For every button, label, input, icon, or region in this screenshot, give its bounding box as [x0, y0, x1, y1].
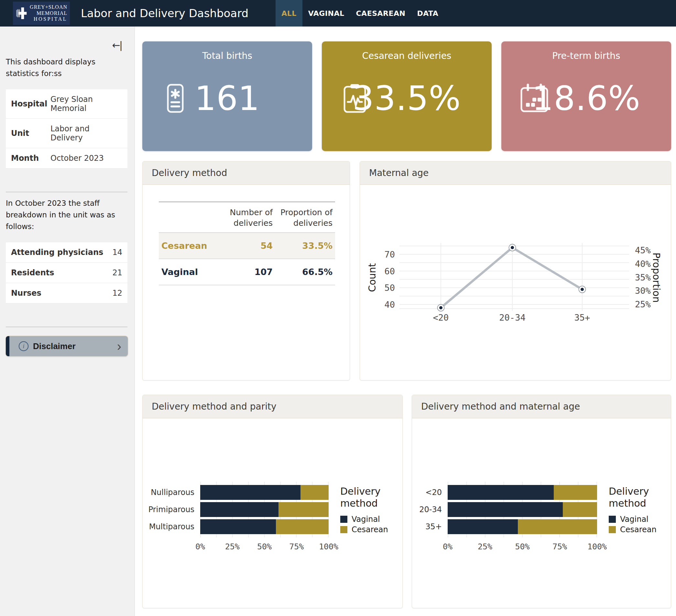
legend-swatch	[340, 516, 347, 523]
svg-text:i: i	[23, 343, 24, 349]
bar-segment-vaginal	[448, 502, 563, 517]
table-row: Attending physicians14	[6, 242, 127, 263]
maternal-age-card: Maternal age 4050607025%30%35%40%45%<202…	[360, 161, 671, 381]
sidebar-collapse-icon[interactable]: ←|	[6, 40, 127, 51]
card-title: Delivery method and maternal age	[412, 395, 671, 418]
table-row: Residents21	[6, 263, 127, 283]
info-table: HospitalGrey Sloan MemorialUnitLabor and…	[6, 89, 127, 169]
bar-multiparous	[200, 519, 329, 534]
svg-text:35%: 35%	[635, 272, 651, 282]
svg-text:<20: <20	[433, 313, 449, 323]
legend-item-vaginal: Vaginal	[609, 515, 671, 524]
svg-text:Proportion: Proportion	[651, 253, 662, 303]
value-box-title: Cesarean deliveries	[322, 51, 492, 61]
medical-report-icon	[159, 82, 191, 115]
bar-nulliparous	[200, 485, 329, 500]
nav-tabs: ALLVAGINALCAESAREANDATA	[276, 0, 444, 26]
bar-segment-vaginal	[200, 519, 276, 534]
hospital-logo-text: GREY+SLOAN MEMORIAL HOSPITAL	[30, 4, 67, 23]
table-row: HospitalGrey Sloan Memorial	[6, 89, 127, 119]
category-label: Primiparous	[149, 502, 200, 517]
table-row: MonthOctober 2023	[6, 148, 127, 169]
clipboard-pulse-icon	[339, 82, 371, 115]
svg-text:25%: 25%	[635, 299, 651, 309]
table-row: Vaginal10766.5%	[159, 259, 335, 285]
legend: Delivery methodVaginalCesarean	[597, 485, 671, 534]
legend-item-vaginal: Vaginal	[340, 515, 402, 524]
x-axis-ticks: 0%25%50%75%100%	[448, 542, 597, 552]
legend-item-cesarean: Cesarean	[609, 525, 671, 534]
hospital-logo: GREY+SLOAN MEMORIAL HOSPITAL	[13, 2, 70, 25]
x-axis-ticks: 0%25%50%75%100%	[200, 542, 329, 552]
category-label: <20	[418, 485, 448, 500]
staff-intro: In October 2023 the staff breakdown in t…	[6, 198, 127, 232]
staff-table: Attending physicians14Residents21Nurses1…	[6, 242, 127, 303]
category-label: 35+	[418, 519, 448, 534]
svg-text:40%: 40%	[635, 259, 651, 269]
bar-35-	[448, 519, 597, 534]
bar-segment-vaginal	[200, 485, 300, 500]
svg-text:20-34: 20-34	[499, 313, 525, 323]
bar-segment-vaginal	[200, 502, 279, 517]
age-chart-card: Delivery method and maternal age <2020-3…	[412, 395, 671, 608]
legend-swatch	[609, 516, 616, 523]
delivery-method-card: Delivery method Number of deliveriesProp…	[142, 161, 350, 381]
svg-text:40: 40	[384, 299, 395, 310]
table-row: Cesarean5433.5%	[159, 233, 335, 259]
svg-text:45%: 45%	[635, 245, 651, 255]
tab-all[interactable]: ALL	[276, 0, 302, 26]
svg-text:50: 50	[384, 283, 395, 293]
bar-segment-cesarean	[276, 519, 329, 534]
svg-text:35+: 35+	[574, 313, 590, 323]
tab-data[interactable]: DATA	[411, 0, 444, 26]
sidebar: ←| This dashboard displays statistics fo…	[0, 26, 135, 616]
bar-segment-cesarean	[300, 485, 329, 500]
bar--20	[448, 485, 597, 500]
navbar: GREY+SLOAN MEMORIAL HOSPITAL Labor and D…	[0, 0, 676, 26]
bar-20-34	[448, 502, 597, 517]
column-header: Number of deliveries	[224, 202, 275, 233]
parity-chart-card: Delivery method and parity NulliparousPr…	[142, 395, 403, 608]
category-label: Multiparous	[149, 519, 200, 534]
value-box-total-births: Total births161	[142, 41, 312, 151]
category-label: Nulliparous	[149, 485, 200, 500]
value-boxes: Total births161Cesarean deliveries33.5%P…	[142, 41, 671, 151]
parity-stacked-bar-chart: NulliparousPrimiparousMultiparous0%25%50…	[143, 482, 402, 538]
category-label: 20-34	[418, 502, 448, 517]
calendar-icon	[518, 82, 551, 115]
column-header	[159, 202, 224, 233]
table-row: Nurses12	[6, 283, 127, 303]
value-box-title: Pre-term births	[501, 51, 671, 61]
card-title: Maternal age	[360, 161, 671, 185]
delivery-method-table: Number of deliveriesProportion of delive…	[159, 202, 335, 285]
tab-vaginal[interactable]: VAGINAL	[302, 0, 350, 26]
disclaimer-button[interactable]: i Disclaimer ›	[6, 336, 128, 356]
sidebar-intro: This dashboard displays statistics for:s…	[6, 56, 127, 79]
svg-text:60: 60	[384, 266, 395, 276]
main-content: Total births161Cesarean deliveries33.5%P…	[135, 26, 676, 616]
tab-caesarean[interactable]: CAESAREAN	[350, 0, 411, 26]
info-icon: i	[18, 341, 29, 352]
bar-primiparous	[200, 502, 329, 517]
bar-segment-cesarean	[518, 519, 597, 534]
value-box-cesarean-deliveries: Cesarean deliveries33.5%	[322, 41, 492, 151]
card-title: Delivery method and parity	[143, 395, 402, 418]
table-row: UnitLabor and Delivery	[6, 119, 127, 148]
page-title: Labor and Delivery Dashboard	[81, 7, 248, 20]
age-stacked-bar-chart: <2020-3435+0%25%50%75%100%Delivery metho…	[412, 482, 671, 538]
legend-item-cesarean: Cesarean	[340, 525, 402, 534]
disclaimer-accent-bar	[6, 336, 9, 356]
sidebar-divider	[6, 192, 127, 192]
maternal-age-line-chart: 4050607025%30%35%40%45%<2020-3435+CountP…	[360, 185, 671, 380]
sidebar-divider	[6, 327, 127, 327]
card-title: Delivery method	[143, 161, 350, 185]
bar-segment-cesarean	[563, 502, 597, 517]
bar-segment-cesarean	[554, 485, 597, 500]
hospital-cross-icon	[16, 4, 28, 23]
legend-swatch	[609, 526, 616, 533]
svg-text:30%: 30%	[635, 286, 651, 296]
legend-swatch	[340, 526, 347, 533]
value-box-value: 161	[195, 78, 260, 118]
disclaimer-label: Disclaimer	[33, 341, 76, 351]
svg-text:Count: Count	[367, 263, 378, 292]
